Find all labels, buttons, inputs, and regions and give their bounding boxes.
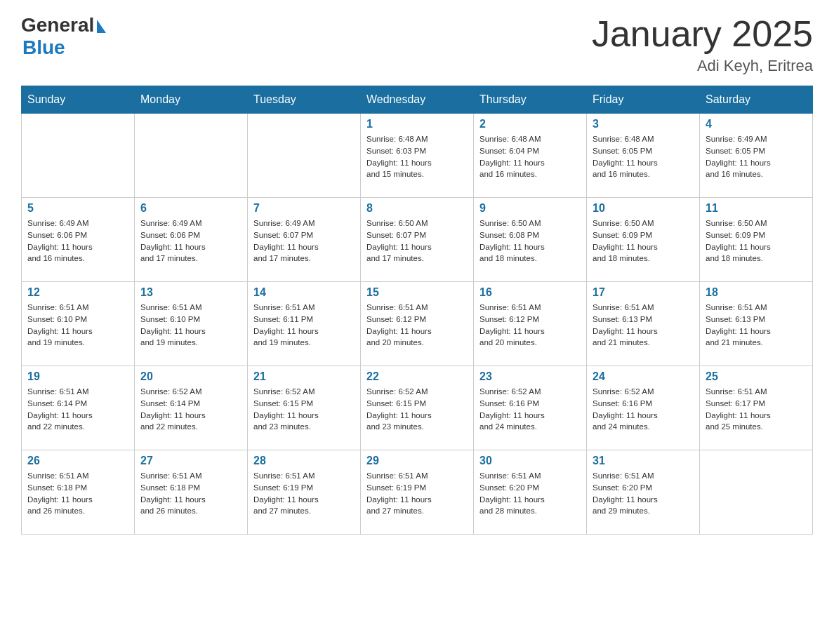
calendar-week-row: 5Sunrise: 6:49 AM Sunset: 6:06 PM Daylig… (22, 198, 813, 282)
day-number: 11 (706, 202, 807, 215)
day-info: Sunrise: 6:50 AM Sunset: 6:09 PM Dayligh… (593, 217, 694, 264)
calendar-week-row: 12Sunrise: 6:51 AM Sunset: 6:10 PM Dayli… (22, 282, 813, 366)
day-number: 30 (479, 455, 581, 467)
calendar-day-20: 20Sunrise: 6:52 AM Sunset: 6:14 PM Dayli… (135, 366, 248, 450)
calendar-day-30: 30Sunrise: 6:51 AM Sunset: 6:20 PM Dayli… (474, 450, 587, 535)
day-info: Sunrise: 6:51 AM Sunset: 6:14 PM Dayligh… (27, 386, 128, 433)
day-info: Sunrise: 6:51 AM Sunset: 6:12 PM Dayligh… (366, 302, 468, 349)
calendar-day-16: 16Sunrise: 6:51 AM Sunset: 6:12 PM Dayli… (474, 282, 587, 366)
day-number: 8 (366, 202, 468, 215)
day-info: Sunrise: 6:50 AM Sunset: 6:09 PM Dayligh… (706, 217, 807, 264)
calendar-day-24: 24Sunrise: 6:52 AM Sunset: 6:16 PM Dayli… (587, 366, 700, 450)
calendar-day-4: 4Sunrise: 6:49 AM Sunset: 6:05 PM Daylig… (700, 114, 813, 198)
day-number: 17 (593, 286, 694, 299)
day-number: 25 (706, 370, 807, 383)
day-info: Sunrise: 6:51 AM Sunset: 6:13 PM Dayligh… (706, 302, 807, 349)
weekday-header-friday: Friday (587, 86, 700, 114)
day-info: Sunrise: 6:51 AM Sunset: 6:18 PM Dayligh… (27, 470, 128, 517)
calendar-day-23: 23Sunrise: 6:52 AM Sunset: 6:16 PM Dayli… (474, 366, 587, 450)
day-number: 6 (140, 202, 241, 215)
calendar-day-27: 27Sunrise: 6:51 AM Sunset: 6:18 PM Dayli… (135, 450, 248, 535)
day-number: 15 (366, 286, 468, 299)
day-info: Sunrise: 6:51 AM Sunset: 6:20 PM Dayligh… (593, 470, 694, 517)
day-number: 28 (253, 455, 355, 467)
calendar-day-9: 9Sunrise: 6:50 AM Sunset: 6:08 PM Daylig… (474, 198, 587, 282)
day-number: 12 (27, 286, 128, 299)
calendar-empty-cell (22, 114, 135, 198)
logo-blue-text: Blue (22, 36, 65, 59)
day-info: Sunrise: 6:48 AM Sunset: 6:03 PM Dayligh… (366, 133, 468, 180)
calendar-day-6: 6Sunrise: 6:49 AM Sunset: 6:06 PM Daylig… (135, 198, 248, 282)
day-number: 23 (479, 370, 581, 383)
calendar-day-15: 15Sunrise: 6:51 AM Sunset: 6:12 PM Dayli… (361, 282, 474, 366)
day-info: Sunrise: 6:49 AM Sunset: 6:06 PM Dayligh… (140, 217, 241, 264)
weekday-header-sunday: Sunday (22, 86, 135, 114)
day-number: 20 (140, 370, 241, 383)
day-number: 7 (253, 202, 355, 215)
day-info: Sunrise: 6:52 AM Sunset: 6:16 PM Dayligh… (593, 386, 694, 433)
calendar-day-14: 14Sunrise: 6:51 AM Sunset: 6:11 PM Dayli… (248, 282, 361, 366)
calendar-day-19: 19Sunrise: 6:51 AM Sunset: 6:14 PM Dayli… (22, 366, 135, 450)
calendar-day-12: 12Sunrise: 6:51 AM Sunset: 6:10 PM Dayli… (22, 282, 135, 366)
day-number: 5 (27, 202, 128, 215)
day-number: 29 (366, 455, 468, 467)
day-info: Sunrise: 6:52 AM Sunset: 6:15 PM Dayligh… (253, 386, 355, 433)
calendar-day-10: 10Sunrise: 6:50 AM Sunset: 6:09 PM Dayli… (587, 198, 700, 282)
page-title: January 2025 (592, 14, 813, 54)
calendar-header-row: SundayMondayTuesdayWednesdayThursdayFrid… (22, 86, 813, 114)
calendar-day-18: 18Sunrise: 6:51 AM Sunset: 6:13 PM Dayli… (700, 282, 813, 366)
calendar-day-25: 25Sunrise: 6:51 AM Sunset: 6:17 PM Dayli… (700, 366, 813, 450)
calendar-week-row: 26Sunrise: 6:51 AM Sunset: 6:18 PM Dayli… (22, 450, 813, 535)
day-info: Sunrise: 6:49 AM Sunset: 6:06 PM Dayligh… (27, 217, 128, 264)
calendar-empty-cell (248, 114, 361, 198)
calendar-day-22: 22Sunrise: 6:52 AM Sunset: 6:15 PM Dayli… (361, 366, 474, 450)
day-number: 19 (27, 370, 128, 383)
logo-triangle-icon (97, 20, 106, 33)
day-info: Sunrise: 6:51 AM Sunset: 6:10 PM Dayligh… (27, 302, 128, 349)
day-number: 18 (706, 286, 807, 299)
day-info: Sunrise: 6:48 AM Sunset: 6:04 PM Dayligh… (479, 133, 581, 180)
day-number: 2 (479, 118, 581, 130)
calendar-day-7: 7Sunrise: 6:49 AM Sunset: 6:07 PM Daylig… (248, 198, 361, 282)
calendar-day-13: 13Sunrise: 6:51 AM Sunset: 6:10 PM Dayli… (135, 282, 248, 366)
calendar-day-11: 11Sunrise: 6:50 AM Sunset: 6:09 PM Dayli… (700, 198, 813, 282)
calendar-table: SundayMondayTuesdayWednesdayThursdayFrid… (21, 86, 813, 535)
day-info: Sunrise: 6:51 AM Sunset: 6:18 PM Dayligh… (140, 470, 241, 517)
weekday-header-wednesday: Wednesday (361, 86, 474, 114)
day-number: 22 (366, 370, 468, 383)
day-info: Sunrise: 6:51 AM Sunset: 6:12 PM Dayligh… (479, 302, 581, 349)
calendar-day-17: 17Sunrise: 6:51 AM Sunset: 6:13 PM Dayli… (587, 282, 700, 366)
calendar-day-28: 28Sunrise: 6:51 AM Sunset: 6:19 PM Dayli… (248, 450, 361, 535)
day-number: 13 (140, 286, 241, 299)
calendar-day-8: 8Sunrise: 6:50 AM Sunset: 6:07 PM Daylig… (361, 198, 474, 282)
day-number: 26 (27, 455, 128, 467)
calendar-day-31: 31Sunrise: 6:51 AM Sunset: 6:20 PM Dayli… (587, 450, 700, 535)
day-info: Sunrise: 6:49 AM Sunset: 6:05 PM Dayligh… (706, 133, 807, 180)
calendar-day-26: 26Sunrise: 6:51 AM Sunset: 6:18 PM Dayli… (22, 450, 135, 535)
day-info: Sunrise: 6:48 AM Sunset: 6:05 PM Dayligh… (593, 133, 694, 180)
calendar-day-29: 29Sunrise: 6:51 AM Sunset: 6:19 PM Dayli… (361, 450, 474, 535)
calendar-week-row: 1Sunrise: 6:48 AM Sunset: 6:03 PM Daylig… (22, 114, 813, 198)
day-number: 14 (253, 286, 355, 299)
day-number: 1 (366, 118, 468, 130)
day-info: Sunrise: 6:51 AM Sunset: 6:17 PM Dayligh… (706, 386, 807, 433)
day-info: Sunrise: 6:52 AM Sunset: 6:14 PM Dayligh… (140, 386, 241, 433)
page-subtitle: Adi Keyh, Eritrea (592, 57, 813, 75)
day-number: 10 (593, 202, 694, 215)
calendar-day-1: 1Sunrise: 6:48 AM Sunset: 6:03 PM Daylig… (361, 114, 474, 198)
calendar-day-5: 5Sunrise: 6:49 AM Sunset: 6:06 PM Daylig… (22, 198, 135, 282)
day-number: 16 (479, 286, 581, 299)
day-number: 27 (140, 455, 241, 467)
day-info: Sunrise: 6:51 AM Sunset: 6:19 PM Dayligh… (366, 470, 468, 517)
day-info: Sunrise: 6:51 AM Sunset: 6:10 PM Dayligh… (140, 302, 241, 349)
day-info: Sunrise: 6:51 AM Sunset: 6:19 PM Dayligh… (253, 470, 355, 517)
day-info: Sunrise: 6:51 AM Sunset: 6:11 PM Dayligh… (253, 302, 355, 349)
calendar-day-21: 21Sunrise: 6:52 AM Sunset: 6:15 PM Dayli… (248, 366, 361, 450)
logo: General Blue (21, 14, 106, 59)
calendar-week-row: 19Sunrise: 6:51 AM Sunset: 6:14 PM Dayli… (22, 366, 813, 450)
day-info: Sunrise: 6:50 AM Sunset: 6:07 PM Dayligh… (366, 217, 468, 264)
day-info: Sunrise: 6:52 AM Sunset: 6:15 PM Dayligh… (366, 386, 468, 433)
weekday-header-monday: Monday (135, 86, 248, 114)
calendar-day-3: 3Sunrise: 6:48 AM Sunset: 6:05 PM Daylig… (587, 114, 700, 198)
weekday-header-saturday: Saturday (700, 86, 813, 114)
